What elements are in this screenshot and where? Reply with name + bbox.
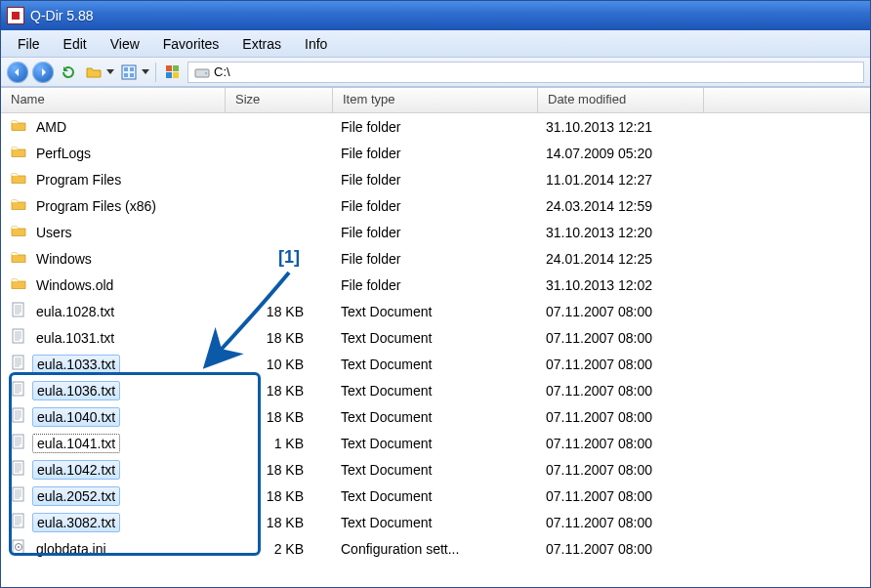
folder-icon bbox=[11, 117, 26, 136]
ini-icon bbox=[11, 539, 26, 558]
folder-dropdown-icon[interactable] bbox=[106, 69, 114, 74]
file-row[interactable]: globdata.ini2 KBConfiguration sett...07.… bbox=[1, 535, 870, 562]
file-name-cell[interactable]: eula.1040.txt bbox=[1, 407, 226, 427]
file-name-cell[interactable]: Program Files (x86) bbox=[1, 196, 226, 215]
file-type-cell: File folder bbox=[333, 251, 538, 267]
file-row[interactable]: Program FilesFile folder11.01.2014 12:27 bbox=[1, 166, 870, 192]
folder-icon bbox=[11, 223, 26, 241]
file-name-cell[interactable]: eula.1028.txt bbox=[1, 302, 226, 320]
column-header-row: Name Size Item type Date modified bbox=[1, 88, 870, 113]
menu-bar: File Edit View Favorites Extras Info bbox=[1, 30, 870, 58]
file-type-cell: Text Document bbox=[333, 515, 538, 530]
folder-icon bbox=[11, 170, 26, 189]
column-header-extra[interactable] bbox=[704, 88, 870, 112]
file-row[interactable]: PerfLogsFile folder14.07.2009 05:20 bbox=[1, 140, 870, 166]
file-type-cell: Text Document bbox=[333, 383, 538, 399]
file-row[interactable]: eula.1031.txt18 KBText Document07.11.200… bbox=[1, 324, 870, 351]
file-size-cell: 18 KB bbox=[226, 409, 333, 425]
svg-rect-6 bbox=[173, 65, 179, 71]
file-date-cell: 07.11.2007 08:00 bbox=[538, 357, 704, 372]
file-type-cell: File folder bbox=[333, 225, 538, 240]
file-row[interactable]: eula.1028.txt18 KBText Document07.11.200… bbox=[1, 298, 870, 324]
file-type-cell: Text Document bbox=[333, 357, 538, 372]
column-header-size[interactable]: Size bbox=[226, 88, 333, 112]
file-name-label: eula.2052.txt bbox=[32, 486, 120, 506]
folder-icon bbox=[11, 275, 26, 294]
file-date-cell: 31.10.2013 12:21 bbox=[538, 119, 704, 135]
file-name-label: Program Files bbox=[32, 171, 125, 189]
file-date-cell: 07.11.2007 08:00 bbox=[538, 462, 704, 478]
nav-back-button[interactable] bbox=[7, 62, 28, 83]
file-name-cell[interactable]: eula.1036.txt bbox=[1, 381, 226, 400]
column-header-date[interactable]: Date modified bbox=[538, 88, 704, 112]
file-name-cell[interactable]: eula.1041.txt bbox=[1, 434, 226, 453]
file-row[interactable]: eula.1033.txt10 KBText Document07.11.200… bbox=[1, 351, 870, 377]
svg-rect-8 bbox=[173, 72, 179, 78]
file-name-label: Windows.old bbox=[32, 276, 117, 294]
file-name-cell[interactable]: globdata.ini bbox=[1, 539, 226, 558]
file-name-cell[interactable]: Windows.old bbox=[1, 275, 226, 294]
file-row[interactable]: Program Files (x86)File folder24.03.2014… bbox=[1, 192, 870, 219]
folder-open-icon[interactable] bbox=[83, 62, 104, 83]
file-name-label: eula.1033.txt bbox=[32, 355, 120, 374]
file-size-cell: 18 KB bbox=[226, 515, 333, 530]
svg-rect-4 bbox=[130, 73, 134, 77]
svg-rect-2 bbox=[130, 67, 134, 71]
folder-icon bbox=[11, 196, 26, 215]
file-list[interactable]: Name Size Item type Date modified AMDFil… bbox=[1, 87, 870, 562]
file-name-cell[interactable]: Windows bbox=[1, 249, 226, 268]
file-type-cell: File folder bbox=[333, 198, 538, 214]
file-row[interactable]: eula.1041.txt1 KBText Document07.11.2007… bbox=[1, 430, 870, 456]
svg-point-10 bbox=[205, 72, 207, 74]
file-row[interactable]: eula.1042.txt18 KBText Document07.11.200… bbox=[1, 456, 870, 483]
menu-extras[interactable]: Extras bbox=[231, 33, 292, 55]
address-bar[interactable]: C:\ bbox=[187, 62, 864, 83]
svg-point-67 bbox=[18, 546, 20, 548]
file-name-cell[interactable]: PerfLogs bbox=[1, 144, 226, 162]
windows-flag-icon[interactable] bbox=[162, 62, 184, 83]
file-name-cell[interactable]: AMD bbox=[1, 117, 226, 136]
file-type-cell: Configuration sett... bbox=[333, 541, 538, 557]
window-title: Q-Dir 5.88 bbox=[30, 8, 94, 23]
menu-view[interactable]: View bbox=[100, 33, 150, 55]
menu-file[interactable]: File bbox=[7, 33, 51, 55]
file-row[interactable]: eula.1036.txt18 KBText Document07.11.200… bbox=[1, 377, 870, 403]
file-name-cell[interactable]: eula.1042.txt bbox=[1, 460, 226, 480]
file-name-cell[interactable]: eula.3082.txt bbox=[1, 513, 226, 532]
column-header-type[interactable]: Item type bbox=[333, 88, 538, 112]
view-mode-icon[interactable] bbox=[118, 62, 140, 83]
file-date-cell: 31.10.2013 12:02 bbox=[538, 277, 704, 293]
menu-edit[interactable]: Edit bbox=[53, 33, 98, 55]
nav-forward-button[interactable] bbox=[32, 62, 54, 83]
refresh-icon[interactable] bbox=[58, 62, 79, 83]
drive-icon bbox=[194, 64, 210, 80]
title-bar: Q-Dir 5.88 bbox=[1, 1, 870, 30]
file-date-cell: 07.11.2007 08:00 bbox=[538, 541, 704, 557]
app-icon bbox=[7, 7, 24, 24]
file-name-cell[interactable]: Program Files bbox=[1, 170, 226, 189]
file-name-cell[interactable]: Users bbox=[1, 223, 226, 241]
file-name-cell[interactable]: eula.1033.txt bbox=[1, 355, 226, 374]
view-dropdown-icon[interactable] bbox=[142, 69, 149, 74]
file-row[interactable]: WindowsFile folder24.01.2014 12:25 bbox=[1, 245, 870, 272]
file-name-label: Users bbox=[32, 224, 76, 241]
file-row[interactable]: eula.1040.txt18 KBText Document07.11.200… bbox=[1, 403, 870, 430]
file-size-cell: 1 KB bbox=[226, 436, 333, 451]
file-name-label: Windows bbox=[32, 250, 96, 268]
file-row[interactable]: AMDFile folder31.10.2013 12:21 bbox=[1, 113, 870, 140]
txt-icon bbox=[11, 486, 26, 505]
file-row[interactable]: eula.2052.txt18 KBText Document07.11.200… bbox=[1, 483, 870, 509]
file-type-cell: File folder bbox=[333, 277, 538, 293]
file-row[interactable]: eula.3082.txt18 KBText Document07.11.200… bbox=[1, 509, 870, 535]
file-type-cell: Text Document bbox=[333, 488, 538, 504]
menu-info[interactable]: Info bbox=[294, 33, 338, 55]
column-header-name[interactable]: Name bbox=[1, 88, 226, 112]
file-name-cell[interactable]: eula.1031.txt bbox=[1, 328, 226, 347]
file-type-cell: Text Document bbox=[333, 436, 538, 451]
file-row[interactable]: Windows.oldFile folder31.10.2013 12:02 bbox=[1, 272, 870, 298]
file-row[interactable]: UsersFile folder31.10.2013 12:20 bbox=[1, 219, 870, 245]
file-size-cell: 18 KB bbox=[226, 304, 333, 319]
menu-favorites[interactable]: Favorites bbox=[152, 33, 230, 55]
file-name-cell[interactable]: eula.2052.txt bbox=[1, 486, 226, 506]
file-date-cell: 07.11.2007 08:00 bbox=[538, 436, 704, 451]
